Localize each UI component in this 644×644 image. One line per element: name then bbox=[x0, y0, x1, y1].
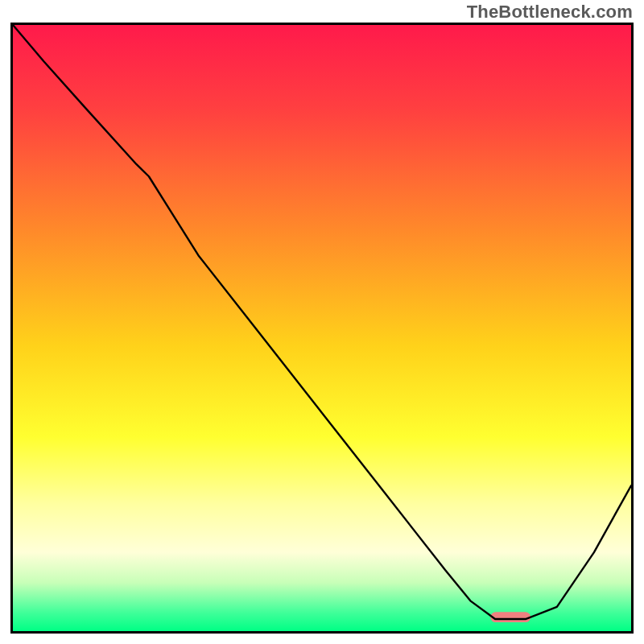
bottleneck-chart bbox=[13, 25, 631, 631]
chart-background bbox=[13, 25, 631, 631]
chart-frame bbox=[10, 23, 634, 634]
watermark-text: TheBottleneck.com bbox=[467, 2, 633, 23]
optimal-marker bbox=[490, 612, 530, 622]
